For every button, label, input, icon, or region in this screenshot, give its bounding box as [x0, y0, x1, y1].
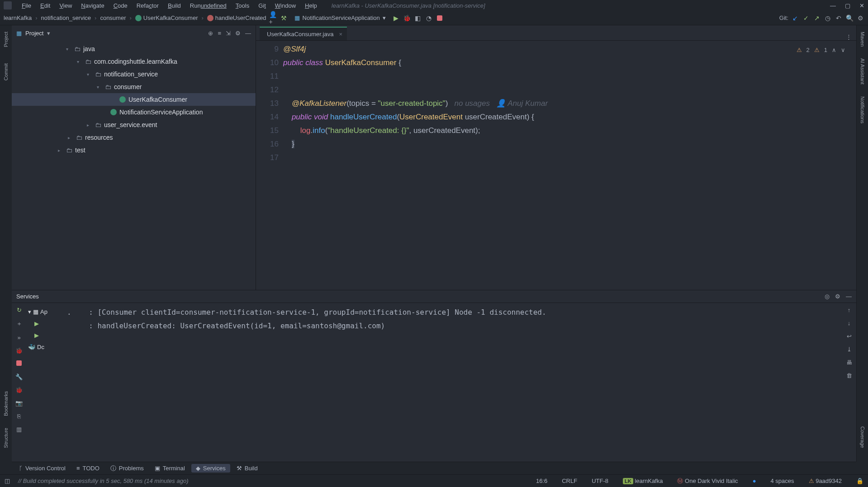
editor-tab[interactable]: UserKafkaConsumer.java × — [260, 27, 347, 40]
breadcrumb[interactable]: handleUserCreated — [207, 14, 266, 21]
breadcrumb[interactable]: consumer — [100, 14, 126, 21]
camera-icon[interactable]: 📷 — [15, 400, 23, 407]
minimize-icon[interactable]: ― — [830, 2, 836, 9]
collapse-all-icon[interactable]: ⇲ — [226, 30, 231, 37]
line-separator[interactable]: CRLF — [562, 478, 577, 484]
clear-icon[interactable]: 🗑 — [846, 372, 852, 379]
stop-icon[interactable] — [16, 360, 22, 367]
revert-icon[interactable]: ↶ — [835, 14, 843, 22]
breadcrumb[interactable]: UserKafkaConsumer — [135, 14, 198, 21]
hide-icon[interactable]: — — [846, 293, 852, 300]
tool-window-icon[interactable]: ◫ — [5, 478, 10, 484]
indent-widget[interactable]: 4 spaces — [770, 478, 794, 484]
breadcrumb[interactable]: notification_service — [41, 14, 91, 21]
git-branch-widget[interactable]: ⚠ 9aad9342 — [809, 478, 842, 484]
debug-icon[interactable]: 🐞 — [403, 14, 411, 22]
tree-row[interactable]: ▾🗀notification_service — [12, 68, 256, 80]
theme-widget[interactable]: Ⓜ One Dark Vivid Italic — [677, 477, 738, 485]
menu-tools[interactable]: Tools — [231, 1, 254, 10]
project-tool[interactable]: Project — [2, 29, 9, 50]
play-icon[interactable]: ▶ — [34, 332, 39, 339]
menu-run[interactable]: Runundefined — [185, 1, 231, 10]
tree-row[interactable]: ▸🗀user_service.event — [12, 118, 256, 131]
prev-highlight-icon[interactable]: ∧ — [832, 43, 836, 57]
services-title[interactable]: Services — [16, 293, 39, 300]
menu-code[interactable]: Code — [109, 1, 132, 10]
profile-icon[interactable]: ◔ — [425, 14, 433, 22]
wrench-icon[interactable]: 🔧 — [15, 374, 23, 380]
maven-tool[interactable]: Maven — [859, 29, 866, 49]
breadcrumb[interactable]: learnKafka — [4, 14, 32, 21]
expand-all-icon[interactable]: ≡ — [218, 30, 221, 37]
build-tool[interactable]: ⚒Build — [232, 464, 262, 473]
code-with-me-icon[interactable]: 👤+ — [269, 14, 277, 22]
tree-row[interactable]: ▸🗀test — [12, 144, 256, 156]
read-lock-icon[interactable]: ● — [753, 478, 756, 484]
menu-navigate[interactable]: Navigate — [76, 1, 109, 10]
commit-tool[interactable]: Commit — [2, 61, 9, 83]
tree-row[interactable]: ▾🗀java — [12, 43, 256, 55]
close-tab-icon[interactable]: × — [339, 31, 342, 38]
services-tool[interactable]: ◆Services — [191, 464, 230, 473]
scroll-down-icon[interactable]: ↓ — [848, 320, 851, 326]
push-icon[interactable]: ↗ — [813, 14, 821, 22]
project-tree[interactable]: ▾🗀java▾🗀com.codingshuttle.learnKafka▾🗀no… — [12, 41, 256, 158]
hide-icon[interactable]: — — [245, 30, 251, 37]
menu-refactor[interactable]: Refactor — [132, 1, 163, 10]
close-icon[interactable]: ✕ — [859, 2, 864, 9]
chevron-down-icon[interactable]: ▾ — [47, 30, 50, 37]
stop-icon[interactable] — [436, 14, 444, 22]
todo-tool[interactable]: ≡TODO — [72, 464, 104, 473]
tree-row[interactable]: UserKafkaConsumer — [12, 93, 256, 106]
menu-git[interactable]: Git — [254, 1, 270, 10]
tree-row[interactable]: ▾🗀consumer — [12, 80, 256, 93]
tree-row[interactable]: ▸🗀resources — [12, 131, 256, 144]
project-title[interactable]: Project — [25, 30, 43, 37]
run-configuration-dropdown[interactable]: ▦ NotificationServiceApplication ▾ — [291, 14, 389, 22]
coverage-tool[interactable]: Coverage — [859, 424, 866, 451]
encoding[interactable]: UTF-8 — [592, 478, 608, 484]
notifications-tool[interactable]: Notifications — [859, 94, 866, 126]
menu-help[interactable]: Help — [300, 1, 322, 10]
gear-icon[interactable]: ⚙ — [235, 30, 241, 37]
menu-view[interactable]: View — [55, 1, 76, 10]
print-icon[interactable]: 🖶 — [846, 359, 852, 366]
coverage-icon[interactable]: ◧ — [414, 14, 422, 22]
settings-icon[interactable]: ⚙ — [856, 14, 864, 22]
history-icon[interactable]: ◷ — [824, 14, 832, 22]
menu-build[interactable]: Build — [163, 1, 185, 10]
menu-edit[interactable]: Edit — [36, 1, 55, 10]
commit-icon[interactable]: ✓ — [802, 14, 810, 22]
menu-window[interactable]: Window — [270, 1, 300, 10]
services-console[interactable]: . : [Consumer clientId=consumer-notifica… — [62, 303, 842, 462]
rerun-icon[interactable]: ↻ — [17, 307, 22, 313]
tree-row[interactable]: ▾🗀com.codingshuttle.learnKafka — [12, 55, 256, 68]
attach-icon[interactable]: 🐞 — [15, 387, 23, 393]
filter-icon[interactable]: ◎ — [825, 293, 830, 300]
inspections[interactable]: ⚠2 ⚠1 ∧ ∨ — [797, 43, 845, 57]
structure-tool[interactable]: Structure — [2, 425, 9, 451]
scroll-up-icon[interactable]: ↑ — [848, 307, 851, 313]
bookmarks-tool[interactable]: Bookmarks — [2, 388, 9, 419]
terminal-tool[interactable]: ▣Terminal — [150, 464, 190, 473]
maximize-icon[interactable]: ▢ — [845, 2, 850, 9]
play-icon[interactable]: ▶ — [34, 320, 39, 327]
menu-file[interactable]: File — [17, 1, 36, 10]
project-name[interactable]: learnKafka — [635, 478, 663, 484]
debug-icon[interactable]: 🐞 — [15, 347, 23, 354]
problems-tool[interactable]: ⓘProblems — [106, 463, 148, 473]
next-highlight-icon[interactable]: ∨ — [841, 43, 845, 57]
version-control-tool[interactable]: ᚴVersion Control — [14, 464, 70, 473]
exit-icon[interactable]: ⎘ — [17, 413, 21, 420]
layout-icon[interactable]: ▥ — [16, 426, 22, 433]
update-project-icon[interactable]: ↙ — [791, 14, 799, 22]
search-icon[interactable]: 🔍 — [845, 14, 854, 22]
more-icon[interactable]: » — [17, 334, 20, 341]
tab-menu-icon[interactable]: ⋮ — [846, 33, 852, 40]
hammer-icon[interactable]: ⚒ — [280, 14, 288, 22]
ai-assistant-tool[interactable]: AI Assistant — [859, 56, 866, 87]
add-service-icon[interactable]: ＋ — [16, 320, 22, 328]
tree-row[interactable]: NotificationServiceApplication — [12, 106, 256, 118]
select-opened-icon[interactable]: ⊕ — [208, 30, 213, 37]
run-icon[interactable]: ▶ — [392, 14, 400, 22]
